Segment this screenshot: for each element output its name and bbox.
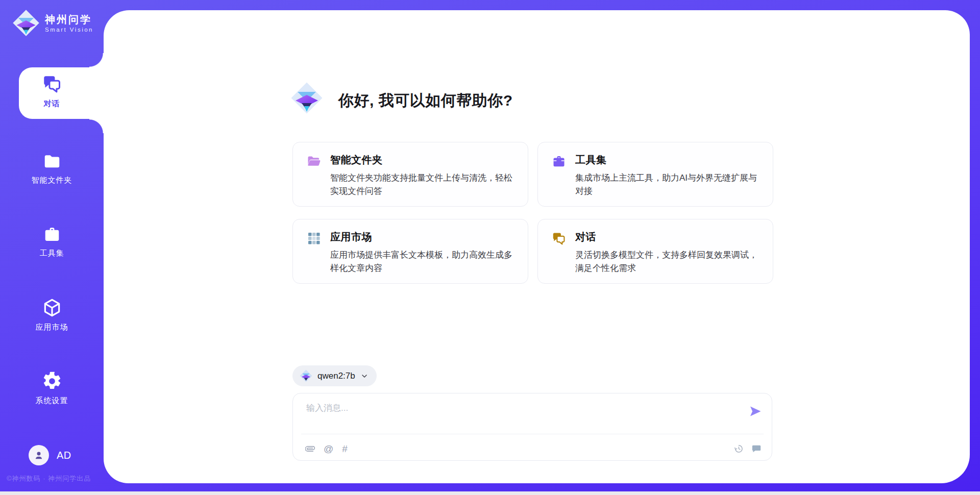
card-description: 智能文件夹功能支持批量文件上传与清洗，轻松实现文件问答 (330, 171, 517, 199)
chat-bubbles-icon (41, 73, 63, 94)
apps-grid-icon (306, 231, 322, 246)
sidebar-item-toolset[interactable]: 工具集 (0, 225, 104, 258)
app-window: 神州问学 Smart Vision 对话 智能文件夹 工具集 (0, 0, 980, 495)
user-menu[interactable]: AD (29, 445, 71, 465)
sidebar-item-label: 工具集 (40, 249, 64, 258)
welcome-header: 你好, 我可以如何帮助你? (290, 82, 513, 114)
card-title: 应用市场 (330, 230, 517, 244)
composer-tools-left: @ # (305, 444, 348, 454)
greeting-title: 你好, 我可以如何帮助你? (338, 90, 513, 111)
person-icon (33, 450, 44, 461)
mention-button[interactable]: @ (324, 444, 333, 454)
message-composer: @ # (292, 393, 772, 461)
message-input[interactable] (305, 401, 741, 432)
assistant-logo-icon (290, 82, 323, 114)
brand-logo-icon (12, 9, 40, 37)
chat-style-icon (751, 443, 762, 454)
card-description: 集成市场上主流工具，助力AI与外界无缝扩展与对接 (575, 171, 762, 199)
mention-icon: @ (324, 444, 333, 454)
card-chat[interactable]: 对话 灵活切换多模型文件，支持多样回复效果调试，满足个性化需求 (537, 219, 773, 284)
card-title: 智能文件夹 (330, 153, 517, 167)
attach-icon (305, 444, 315, 454)
window-bottom-edge (0, 491, 980, 495)
model-name: qwen2:7b (317, 371, 355, 381)
hash-button[interactable]: # (342, 444, 348, 454)
model-logo-icon (300, 369, 312, 382)
card-description: 应用市场提供丰富长文本模板，助力高效生成多样化文章内容 (330, 249, 517, 276)
chat-style-button[interactable] (751, 443, 762, 454)
history-button[interactable] (733, 443, 744, 454)
hash-icon: # (342, 444, 348, 454)
card-toolset[interactable]: 工具集 集成市场上主流工具，助力AI与外界无缝扩展与对接 (537, 142, 773, 207)
sidebar-item-label: 应用市场 (36, 323, 68, 332)
sidebar-item-smart-folder[interactable]: 智能文件夹 (0, 152, 104, 185)
sidebar-item-settings[interactable]: 系统设置 (0, 371, 104, 406)
card-app-market[interactable]: 应用市场 应用市场提供丰富长文本模板，助力高效生成多样化文章内容 (292, 219, 528, 284)
composer-divider (301, 434, 764, 434)
chat-bubbles-icon (551, 231, 567, 246)
model-selector[interactable]: qwen2:7b (292, 365, 377, 386)
card-title: 对话 (575, 230, 762, 244)
send-button[interactable] (747, 404, 764, 420)
folder-open-icon (306, 154, 322, 169)
sidebar-item-label: 智能文件夹 (32, 176, 72, 185)
brand-name: 神州问学 (45, 14, 93, 25)
active-tab-fillet-bottom (89, 119, 104, 133)
card-smart-folder[interactable]: 智能文件夹 智能文件夹功能支持批量文件上传与清洗，轻松实现文件问答 (292, 142, 528, 207)
copyright-text: ©神州数码 · 神州问学出品 (7, 474, 91, 483)
cube-icon (42, 298, 62, 318)
sidebar-item-app-market[interactable]: 应用市场 (0, 298, 104, 332)
chevron-down-icon (360, 372, 369, 380)
card-title: 工具集 (575, 153, 762, 167)
active-tab-fillet-top (89, 53, 104, 67)
card-description: 灵活切换多模型文件，支持多样回复效果调试，满足个性化需求 (575, 249, 762, 276)
toolbox-icon (551, 154, 567, 169)
composer-tools-right (733, 443, 762, 454)
toolbox-icon (42, 225, 62, 244)
main-panel: 你好, 我可以如何帮助你? 智能文件夹 智能文件夹功能支持批量文件上传与清洗，轻… (104, 10, 970, 483)
brand: 神州问学 Smart Vision (12, 9, 93, 37)
brand-subtitle: Smart Vision (45, 27, 93, 33)
avatar (29, 445, 49, 465)
history-icon (733, 443, 744, 454)
user-initials: AD (57, 450, 71, 461)
feature-cards: 智能文件夹 智能文件夹功能支持批量文件上传与清洗，轻松实现文件问答 工具集 集成… (292, 142, 773, 284)
sidebar-item-chat[interactable]: 对话 (0, 73, 104, 109)
sidebar-item-label: 系统设置 (36, 396, 68, 406)
folder-icon (42, 152, 62, 171)
sidebar-item-label: 对话 (44, 99, 60, 109)
send-icon (748, 404, 763, 418)
attach-button[interactable] (305, 444, 315, 454)
gear-icon (42, 371, 62, 391)
